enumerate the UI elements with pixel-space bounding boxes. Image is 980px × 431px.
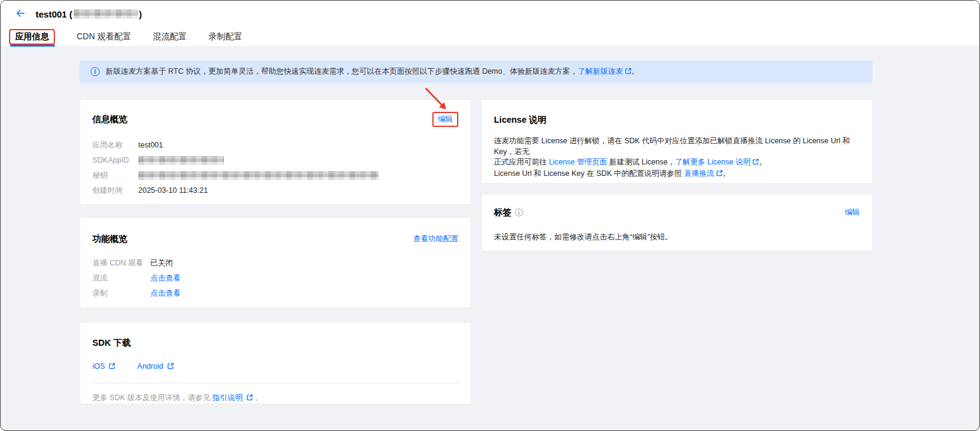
page-title: test001 ( ) [36,9,142,19]
sdk-footer-text: 更多 SDK 版本及使用详情，请参见 [92,394,213,402]
android-sdk-label: Android [137,362,163,371]
ios-sdk-label: iOS [92,362,105,371]
license-line1: 连麦功能需要 License 进行解锁，请在 SDK 代码中对应位置添加已解锁直… [494,137,850,156]
tab-cdn-config-label: CDN 观看配置 [77,31,131,41]
info-circle-icon: i [91,67,100,76]
ios-sdk-link[interactable]: iOS [92,362,115,371]
divider [92,383,458,383]
mix-view-link[interactable]: 点击查看 [150,273,181,284]
page-title-suffix: ) [139,9,142,19]
page-title-prefix: test001 ( [36,9,72,19]
external-link-icon [752,158,759,169]
masked-sdkappid-value [138,156,224,165]
info-field-list: 应用名称 test001 SDKAppID 秘钥 创建时间 2025-03-10… [92,140,458,196]
view-feature-config-link[interactable]: 查看功能配置 [413,234,458,244]
feature-row-cdn: 直播 CDN 观看 已关闭 [92,258,458,268]
android-sdk-link[interactable]: Android [137,362,174,371]
tags-title-text: 标签 [494,207,511,218]
active-tab-underline [10,45,55,47]
field-value: test001 [138,140,163,151]
field-label: 创建时间 [92,186,138,196]
feature-overview-card: 功能概览 查看功能配置 直播 CDN 观看 已关闭 混流 点击查看 录制 点击查… [80,217,471,308]
field-label: 直播 CDN 观看 [92,258,150,268]
top-bar: test001 ( ) [1,1,979,27]
license-card-title: License 说明 [494,100,860,126]
tab-cdn-config[interactable]: CDN 观看配置 [77,31,131,42]
masked-secret-key-value [138,171,379,180]
notice-banner: i 新版连麦方案基于 RTC 协议，更加简单灵活，帮助您快速实现连麦需求，您可以… [80,60,873,83]
sdk-footer-note: 更多 SDK 版本及使用详情，请参见 指引说明 。 [92,393,458,403]
external-link-icon [716,169,723,180]
feature-overview-title: 功能概览 [92,233,127,245]
license-line2-suffix: 。 [759,158,767,166]
app-detail-page: test001 ( ) 应用信息 CDN 观看配置 混流配置 录制配置 i 新版… [0,0,980,431]
field-label: SDKAppID [92,155,138,166]
sdk-footer-suffix: 。 [255,394,263,402]
edit-button-highlight-box: 编辑 [432,112,458,127]
license-line3-suffix: 。 [723,169,731,178]
info-circle-icon[interactable]: i [515,209,523,216]
license-line2-mid: 新建测试 License， [607,158,676,166]
edit-tags-link[interactable]: 编辑 [845,207,860,218]
edit-info-button[interactable]: 编辑 [438,115,453,123]
learn-more-link[interactable]: 了解新版连麦 [578,66,623,77]
masked-app-id [74,9,138,19]
tab-record-config[interactable]: 录制配置 [208,31,242,42]
sdk-download-title: SDK 下载 [92,323,458,349]
back-button[interactable] [13,6,28,22]
field-value: 2025-03-10 11:43:21 [138,186,208,196]
feature-field-list: 直播 CDN 观看 已关闭 混流 点击查看 录制 点击查看 [92,258,458,299]
feature-row-record: 录制 点击查看 [92,288,458,299]
guide-link[interactable]: 指引说明 [213,394,243,402]
info-row-secret-key: 秘钥 [92,170,458,181]
tags-empty-text: 未设置任何标签，如需修改请点击右上角“编辑”按钮。 [494,232,860,242]
license-description: 连麦功能需要 License 进行解锁，请在 SDK 代码中对应位置添加已解锁直… [494,136,860,180]
field-label: 应用名称 [92,140,138,151]
external-link-icon [625,68,632,76]
tab-bar: 应用信息 CDN 观看配置 混流配置 录制配置 [1,27,979,46]
back-arrow-icon [15,8,26,20]
license-line2-pre: 正式应用可前往 [494,158,549,166]
record-view-link[interactable]: 点击查看 [150,288,181,299]
tab-app-info-label: 应用信息 [15,31,49,41]
license-card: License 说明 连麦功能需要 License 进行解锁，请在 SDK 代码… [481,99,873,184]
info-overview-title: 信息概览 [92,114,127,125]
external-link-icon [246,394,253,403]
feature-row-mix: 混流 点击查看 [92,273,458,284]
sdk-download-card: SDK 下载 iOS Android [80,322,471,404]
tab-app-info[interactable]: 应用信息 [9,29,55,45]
tags-card: 标签 i 编辑 未设置任何标签，如需修改请点击右上角“编辑”按钮。 [481,194,873,251]
external-link-icon [167,363,174,371]
tab-mix-config[interactable]: 混流配置 [153,31,187,42]
field-label: 混流 [92,273,150,284]
tab-record-config-label: 录制配置 [208,31,242,41]
license-line3-pre: License Url 和 License Key 在 SDK 中的配置说明请参… [494,169,684,178]
license-manage-link[interactable]: License 管理页面 [549,158,607,166]
cdn-status-badge: 已关闭 [150,258,173,268]
field-label: 录制 [92,288,150,299]
info-row-app-name: 应用名称 test001 [92,140,458,151]
banner-suffix: 。 [632,66,639,77]
external-link-icon [109,363,115,371]
banner-text: 新版连麦方案基于 RTC 协议，更加简单灵活，帮助您快速实现连麦需求，您可以在本… [106,66,578,77]
info-overview-card: 信息概览 编辑 应用名称 test001 SDKAppID 秘钥 创建时间 20… [80,99,471,205]
sdk-links-row: iOS Android [92,362,458,371]
info-row-sdkappid: SDKAppID [92,155,458,166]
field-label: 秘钥 [92,170,138,181]
live-push-link[interactable]: 直播推流 [684,169,714,178]
tags-card-title: 标签 i [494,207,523,218]
tab-mix-config-label: 混流配置 [153,31,187,41]
license-learn-more-link[interactable]: 了解更多 License 说明 [675,158,751,166]
info-row-create-time: 创建时间 2025-03-10 11:43:21 [92,186,458,196]
